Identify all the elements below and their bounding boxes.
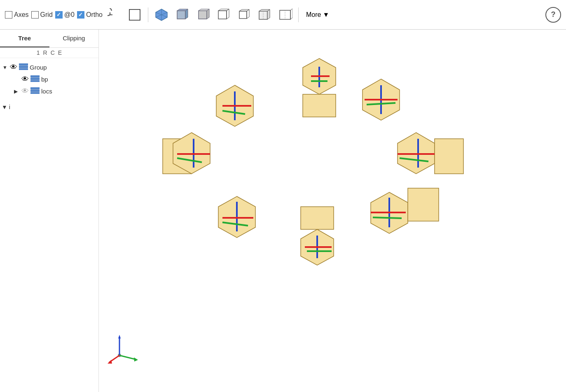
toolbar: Axes Grid @0 Ortho	[0, 0, 566, 30]
svg-rect-28	[30, 78, 40, 80]
axis-indicator	[107, 333, 140, 367]
locs-label: locs	[41, 88, 52, 95]
ortho-checkbox[interactable]	[77, 11, 84, 19]
separator-1	[148, 7, 148, 22]
group-eye-icon[interactable]: 👁	[10, 63, 17, 72]
group-layer-icon	[19, 63, 28, 72]
tab-tree[interactable]: Tree	[0, 30, 49, 47]
at0-checkbox[interactable]	[55, 11, 63, 19]
at0-label: @0	[64, 11, 75, 19]
clipping-sub-labels: 1 R C E	[0, 48, 98, 58]
clipping-1[interactable]: 1	[37, 49, 40, 56]
main-area: Tree Clipping 1 R C E ▼ 👁 Group	[0, 30, 566, 392]
grid-label: Grid	[40, 11, 53, 19]
view-front-button[interactable]	[173, 6, 191, 24]
svg-rect-32	[30, 92, 40, 94]
svg-rect-5	[177, 11, 185, 19]
svg-marker-72	[118, 335, 121, 338]
node-right	[398, 133, 463, 174]
svg-rect-14	[239, 11, 247, 19]
tree-i-label[interactable]: ▼ i	[2, 104, 97, 110]
view-flat-button[interactable]	[276, 6, 294, 24]
grid-toggle[interactable]: Grid	[31, 11, 53, 19]
svg-line-73	[119, 355, 136, 359]
group-label: Group	[30, 64, 47, 71]
svg-rect-61	[435, 139, 463, 174]
fit-all-button[interactable]	[126, 6, 144, 24]
svg-rect-11	[218, 11, 227, 19]
bp-layer-icon	[30, 75, 40, 84]
svg-marker-74	[134, 357, 138, 362]
sidebar-tabs: Tree Clipping	[0, 30, 98, 48]
tree-content: ▼ 👁 Group ▶ 👁	[0, 58, 98, 100]
grid-checkbox[interactable]	[31, 11, 39, 19]
ortho-label: Ortho	[86, 11, 103, 19]
svg-rect-66	[408, 188, 439, 221]
svg-rect-21	[280, 10, 290, 19]
tree-i-section: ▼ i	[0, 100, 98, 114]
more-label: More	[306, 11, 321, 19]
locs-eye-icon[interactable]: 👁	[21, 87, 29, 96]
group-arrow: ▼	[2, 65, 8, 70]
tree-item-bp[interactable]: ▶ 👁 bp	[2, 73, 97, 85]
svg-rect-0	[129, 9, 140, 20]
view-perspective-button[interactable]	[152, 6, 171, 24]
tab-clipping[interactable]: Clipping	[49, 30, 99, 47]
more-dropdown-icon: ▼	[323, 11, 329, 19]
clipping-e[interactable]: E	[58, 49, 62, 56]
clipping-c[interactable]: C	[51, 49, 55, 56]
axes-label: Axes	[14, 11, 29, 19]
svg-rect-51	[301, 207, 334, 229]
locs-arrow: ▶	[14, 89, 20, 94]
ortho-toggle[interactable]: Ortho	[77, 11, 103, 19]
bp-eye-icon[interactable]: 👁	[21, 75, 29, 84]
svg-rect-31	[30, 90, 40, 92]
svg-rect-25	[19, 66, 28, 68]
tree-item-group[interactable]: ▼ 👁 Group	[2, 61, 97, 73]
i-arrow: ▼	[2, 104, 7, 110]
help-button[interactable]: ?	[545, 7, 561, 23]
more-button[interactable]: More ▼	[303, 9, 332, 20]
node-top-left	[216, 85, 253, 126]
locs-layer-icon	[30, 87, 40, 96]
reset-view-button[interactable]	[105, 6, 123, 24]
svg-rect-26	[19, 68, 28, 70]
at0-toggle[interactable]: @0	[55, 11, 75, 19]
node-bottom-left	[218, 196, 255, 238]
viewport-svg	[99, 30, 566, 392]
svg-rect-27	[30, 75, 40, 77]
svg-rect-29	[30, 80, 40, 82]
svg-rect-24	[19, 63, 28, 65]
svg-line-69	[373, 217, 402, 218]
axes-toggle[interactable]: Axes	[5, 11, 29, 19]
svg-rect-30	[30, 87, 40, 89]
separator-2	[298, 7, 299, 22]
viewport[interactable]	[99, 30, 566, 392]
sidebar: Tree Clipping 1 R C E ▼ 👁 Group	[0, 30, 99, 392]
svg-rect-8	[199, 11, 207, 19]
view-wireframe-button[interactable]	[214, 6, 232, 24]
node-top-center	[303, 58, 336, 117]
tree-item-locs[interactable]: ▶ 👁 locs	[2, 85, 97, 97]
clipping-r[interactable]: R	[43, 49, 47, 56]
view-side-button[interactable]	[194, 6, 212, 24]
axes-checkbox[interactable]	[5, 11, 12, 19]
view-outline-button[interactable]	[235, 6, 253, 24]
view-variant-button[interactable]	[255, 6, 274, 24]
node-bottom-right	[371, 188, 439, 233]
i-label: i	[9, 104, 10, 110]
node-left	[163, 133, 210, 174]
bp-label: bp	[41, 76, 48, 83]
node-bottom-center	[301, 207, 334, 265]
svg-rect-37	[303, 94, 336, 117]
node-top-right	[363, 79, 400, 120]
